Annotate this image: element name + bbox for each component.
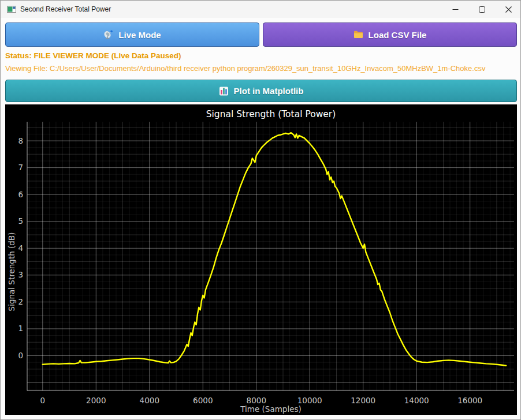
chart-panel: 0200040006000800010000120001400016000012… (5, 104, 517, 415)
svg-text:2: 2 (18, 297, 23, 306)
svg-text:6: 6 (18, 190, 23, 199)
grid-lines (27, 122, 514, 391)
title-bar[interactable]: Second Receiver Total Power (1, 1, 521, 18)
load-csv-button[interactable]: Load CSV File (263, 22, 517, 47)
svg-text:12000: 12000 (351, 396, 375, 405)
live-mode-label: Live Mode (118, 30, 161, 40)
svg-text:0: 0 (40, 396, 46, 405)
svg-text:16000: 16000 (457, 396, 482, 405)
minimize-icon (452, 6, 459, 13)
maximize-icon (479, 6, 485, 13)
axis-spines (27, 122, 514, 391)
viewing-file-text: Viewing File: C:/Users/User/Documents/Ar… (5, 64, 485, 73)
x-axis-label: Time (Samples) (240, 404, 302, 414)
svg-text:2000: 2000 (86, 396, 106, 405)
svg-text:4000: 4000 (140, 396, 159, 405)
app-icon (7, 5, 16, 14)
svg-text:10000: 10000 (297, 396, 322, 405)
tick-labels: 0200040006000800010000120001400016000012… (18, 136, 482, 405)
close-button[interactable] (495, 1, 521, 18)
signal-plot-area[interactable]: 0200040006000800010000120001400016000012… (5, 104, 517, 415)
svg-text:14000: 14000 (404, 396, 429, 405)
svg-text:1: 1 (18, 324, 23, 333)
plot-matplotlib-button[interactable]: Plot in Matplotlib (5, 80, 517, 102)
folder-icon (353, 30, 363, 39)
minimize-button[interactable] (442, 1, 468, 18)
chart-title: Signal Strength (Total Power) (206, 109, 336, 119)
svg-text:6000: 6000 (193, 396, 213, 405)
status-mode-text: Status: FILE VIEWER MODE (Live Data Paus… (5, 51, 181, 60)
svg-text:8: 8 (18, 136, 23, 145)
svg-text:7: 7 (18, 163, 23, 172)
svg-text:4: 4 (18, 243, 23, 253)
app-window: Second Receiver Total Power Live Mode (0, 0, 521, 420)
window-title: Second Receiver Total Power (20, 1, 111, 18)
close-icon (505, 6, 512, 13)
satellite-dish-icon (103, 30, 113, 39)
svg-text:3: 3 (18, 270, 23, 279)
svg-text:8000: 8000 (247, 396, 266, 405)
load-csv-label: Load CSV File (369, 30, 427, 40)
maximize-button[interactable] (468, 1, 495, 18)
svg-text:5: 5 (18, 216, 23, 226)
plot-matplotlib-label: Plot in Matplotlib (234, 86, 304, 96)
bar-chart-icon (219, 87, 229, 96)
live-mode-button[interactable]: Live Mode (5, 22, 259, 47)
svg-text:0: 0 (18, 351, 23, 360)
y-axis-label: Signal Strength (dB) (7, 232, 16, 312)
